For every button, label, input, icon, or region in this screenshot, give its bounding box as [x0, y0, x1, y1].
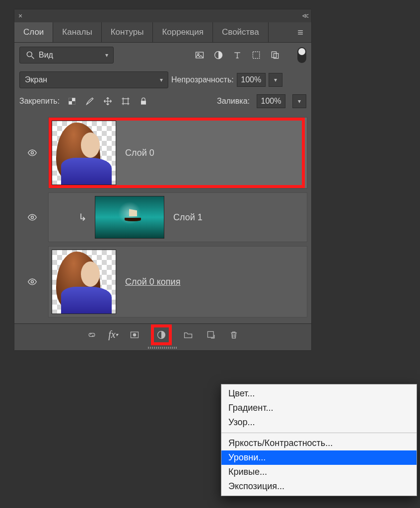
panel-tabs: Слои Каналы Контуры Коррекция Свойства ≡ — [14, 22, 311, 43]
visibility-toggle[interactable] — [17, 190, 47, 244]
trash-icon[interactable] — [227, 328, 240, 341]
link-layers-icon[interactable] — [85, 328, 98, 341]
lock-label: Закрепить: — [19, 97, 60, 106]
blend-row: Экран ▾ Непрозрачность: 100% ▾ — [14, 67, 311, 92]
svg-line-1 — [32, 57, 34, 59]
filter-kind-label: Вид — [39, 51, 53, 60]
opacity-value[interactable]: 100% — [237, 73, 266, 87]
filter-row: Вид ▾ — [14, 43, 311, 67]
panel-menu-icon[interactable]: ≡ — [289, 22, 311, 42]
lock-brush-icon[interactable] — [84, 96, 95, 107]
svg-rect-9 — [69, 98, 72, 101]
layers-list: Слой 0 ↳ Слой 1 — [14, 113, 311, 323]
filter-kind-dropdown[interactable]: Вид ▾ — [19, 47, 114, 64]
lock-artboard-icon[interactable] — [120, 96, 131, 107]
blend-mode-value: Экран — [25, 75, 47, 84]
filter-smart-icon[interactable] — [270, 50, 280, 61]
blend-mode-dropdown[interactable]: Экран ▾ — [19, 71, 168, 88]
layer-row[interactable]: ↳ Слой 1 — [17, 190, 308, 244]
fill-stepper[interactable]: ▾ — [292, 94, 306, 108]
layer-thumbnail[interactable] — [52, 121, 116, 185]
tab-adjust[interactable]: Коррекция — [153, 22, 213, 42]
layer-row[interactable]: Слой 0 копия — [17, 244, 308, 319]
menu-item-curves[interactable]: Кривые... — [221, 465, 417, 479]
panel-titlebar: × << — [14, 9, 311, 22]
fx-label: fx — [108, 329, 115, 340]
layer-name[interactable]: Слой 0 копия — [119, 277, 180, 287]
svg-rect-12 — [141, 101, 146, 105]
fx-icon[interactable]: fx▾ — [108, 328, 118, 341]
svg-rect-11 — [123, 99, 128, 104]
filter-toggle[interactable] — [297, 47, 306, 63]
eye-icon — [27, 147, 38, 158]
svg-point-13 — [31, 152, 34, 154]
layer-thumbnail[interactable] — [52, 250, 116, 314]
layers-bottom-toolbar: fx▾ — [14, 323, 311, 345]
lock-pixels-icon[interactable] — [67, 96, 77, 107]
new-layer-icon[interactable] — [205, 328, 217, 341]
lock-move-icon[interactable] — [102, 96, 113, 107]
layer-row[interactable]: Слой 0 — [17, 115, 308, 190]
menu-item-exposure[interactable]: Экспозиция... — [221, 479, 417, 494]
fill-value[interactable]: 100% — [257, 94, 285, 108]
tab-channels[interactable]: Каналы — [53, 22, 101, 42]
mask-icon[interactable] — [128, 328, 141, 341]
filter-shape-icon[interactable] — [251, 50, 262, 61]
menu-item-brightness[interactable]: Яркость/Контрастность... — [221, 436, 417, 450]
menu-item-color[interactable]: Цвет... — [221, 386, 417, 401]
svg-point-0 — [27, 52, 32, 57]
layer-name[interactable]: Слой 1 — [167, 212, 203, 223]
menu-item-pattern[interactable]: Узор... — [221, 415, 417, 430]
tab-properties[interactable]: Свойства — [213, 22, 269, 42]
menu-item-gradient[interactable]: Градиент... — [221, 401, 417, 415]
svg-point-17 — [133, 333, 136, 336]
chevron-down-icon: ▾ — [160, 76, 163, 83]
filter-adjust-icon[interactable] — [213, 50, 224, 61]
svg-rect-5 — [253, 52, 259, 58]
eye-icon — [27, 212, 38, 223]
opacity-label: Непрозрачность: — [171, 75, 234, 84]
lock-all-icon[interactable] — [138, 96, 149, 107]
clip-arrow-icon: ↳ — [78, 211, 90, 223]
adjustment-highlight — [151, 324, 172, 345]
layer-thumbnail[interactable] — [95, 196, 164, 239]
layers-panel: × << Слои Каналы Контуры Коррекция Свойс… — [14, 9, 312, 351]
svg-rect-19 — [208, 331, 213, 337]
filter-type-icon[interactable] — [232, 50, 243, 61]
eye-icon — [27, 276, 38, 287]
fill-label: Заливка: — [217, 97, 250, 106]
chevron-down-icon: ▾ — [105, 52, 108, 59]
adjustment-layer-icon[interactable] — [154, 327, 169, 342]
layer-name[interactable]: Слой 0 — [119, 148, 154, 158]
svg-point-15 — [31, 281, 34, 283]
menu-separator — [221, 433, 417, 433]
group-icon[interactable] — [182, 328, 195, 341]
menu-item-levels[interactable]: Уровни... — [221, 450, 417, 465]
close-icon[interactable]: × — [18, 12, 22, 20]
opacity-stepper[interactable]: ▾ — [269, 73, 282, 87]
resize-grip[interactable] — [14, 345, 311, 350]
svg-rect-10 — [72, 101, 75, 105]
filter-image-icon[interactable] — [194, 50, 205, 61]
search-icon — [25, 50, 36, 61]
visibility-toggle[interactable] — [17, 115, 47, 190]
lock-row: Закрепить: Заливка: 100% ▾ — [14, 92, 311, 113]
svg-point-14 — [31, 216, 34, 219]
visibility-toggle[interactable] — [17, 244, 47, 319]
tab-layers[interactable]: Слои — [14, 22, 53, 42]
tab-paths[interactable]: Контуры — [102, 22, 153, 42]
collapse-icon[interactable]: << — [302, 12, 307, 20]
adjustment-context-menu: Цвет... Градиент... Узор... Яркость/Конт… — [221, 384, 417, 496]
